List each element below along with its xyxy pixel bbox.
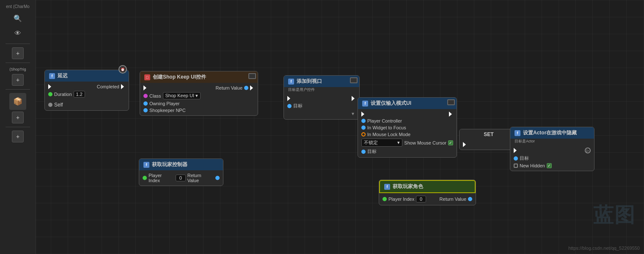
delay-exec-out-pin bbox=[121, 84, 125, 89]
create-shop-owning-pin bbox=[143, 101, 148, 106]
sidebar-title: ent (CharMo bbox=[4, 3, 31, 10]
delay-completed-label: Completed bbox=[97, 84, 119, 89]
create-shop-return-label: Return Value bbox=[216, 85, 242, 90]
set-exec-row bbox=[463, 142, 515, 147]
search-icon[interactable]: 🔍 bbox=[11, 11, 25, 25]
get-player-ctrl-index-value[interactable]: 0 bbox=[176, 175, 186, 181]
set-input-node: f 设置仅输入模式UI Player Controller In Widget … bbox=[358, 97, 457, 158]
clock-icon: ⏰ bbox=[118, 65, 127, 74]
add-btn-1[interactable]: + bbox=[12, 47, 24, 59]
set-input-widget-label: In Widget to Focus bbox=[367, 125, 406, 130]
set-input-ctrl-label: Player Controller bbox=[367, 118, 402, 123]
create-shop-exec-in bbox=[143, 85, 148, 90]
watermark-url: https://blog.csdn.net/qq_52269550 bbox=[568, 246, 640, 251]
set-input-title: 设置仅输入模式UI bbox=[371, 100, 411, 107]
actor-hide-newhidden-pin bbox=[514, 164, 518, 168]
actor-hide-exec-out-group: ▷ bbox=[585, 147, 591, 153]
get-player-char-index-value[interactable]: 0 bbox=[416, 196, 426, 202]
set-input-target-row: 目标 bbox=[361, 148, 453, 155]
set-input-header: f 设置仅输入模式UI bbox=[358, 98, 457, 109]
create-shop-owning-label: Owning Player bbox=[149, 101, 180, 106]
create-shop-class-row: Class Shop Keep UI ▾ bbox=[143, 92, 254, 99]
actor-hide-func-icon: f bbox=[515, 130, 520, 136]
create-shop-class-dropdown[interactable]: Shop Keep UI ▾ bbox=[163, 92, 201, 99]
add-btn-3[interactable]: + bbox=[12, 112, 24, 123]
get-player-char-index-pin bbox=[383, 197, 387, 201]
get-player-ctrl-index-pin bbox=[143, 176, 147, 180]
create-shop-node: □ 创建Shop Keep UI控件 Return Value Class Sh… bbox=[140, 71, 258, 116]
delay-duration-value[interactable]: 1.2 bbox=[74, 91, 85, 98]
create-shop-exec-row: Return Value bbox=[143, 85, 254, 90]
set-input-showcursor-chk[interactable]: ✓ bbox=[448, 140, 453, 145]
set-input-exec-out bbox=[449, 112, 453, 117]
add-view-header: f 添加到视口 bbox=[284, 76, 359, 87]
get-player-char-func-icon: f bbox=[384, 184, 390, 190]
set-input-target-label: 目标 bbox=[367, 148, 377, 155]
set-node: SET bbox=[459, 129, 518, 150]
get-player-char-index-row: Player Index 0 Return Value bbox=[383, 196, 472, 202]
set-input-ctrl-row: Player Controller bbox=[361, 118, 453, 123]
get-player-ctrl-node: f 获取玩家控制器 Player Index 0 Return Value bbox=[139, 158, 223, 186]
create-shop-class-label: Class bbox=[149, 93, 161, 98]
set-input-lock-dropdown[interactable]: 不锁定 ▾ bbox=[361, 139, 402, 147]
actor-hide-exec-row: ▷ bbox=[514, 147, 591, 153]
get-player-char-return-label: Return Value bbox=[440, 197, 466, 202]
get-player-ctrl-index-row: Player Index 0 Return Value bbox=[143, 173, 220, 183]
create-shop-shopkeeper-pin bbox=[143, 108, 148, 112]
delay-self-row: Self bbox=[45, 100, 129, 110]
delay-duration-label: Duration bbox=[54, 92, 72, 97]
set-input-dropdown-row: 不锁定 ▾ Show Mouse Cursor ✓ bbox=[361, 139, 453, 147]
add-view-subtitle: 目标是用户控件 bbox=[284, 87, 359, 93]
delay-node: ⏰ f 延迟 Completed Duration 1.2 Self bbox=[44, 70, 129, 111]
get-player-ctrl-title: 获取玩家控制器 bbox=[152, 161, 187, 168]
eye-icon[interactable]: 👁 bbox=[11, 27, 25, 40]
set-node-body bbox=[460, 139, 518, 150]
delay-title: 延迟 bbox=[58, 72, 68, 79]
get-player-char-return-pin bbox=[468, 197, 472, 201]
actor-hide-target-row: 目标 bbox=[514, 155, 591, 161]
separator-1 bbox=[6, 44, 30, 44]
get-player-char-header: f 获取玩家角色 bbox=[379, 180, 476, 193]
delay-duration-pin bbox=[48, 92, 52, 96]
set-input-ctrl-pin bbox=[361, 119, 366, 123]
actor-hide-node: f 设置Actor在游戏中隐藏 目标是Actor ▷ 目标 New Hidden… bbox=[510, 127, 594, 171]
set-input-target-pin bbox=[361, 150, 366, 154]
set-input-lock-value: 不锁定 bbox=[364, 139, 378, 146]
add-view-title: 添加到视口 bbox=[297, 78, 322, 85]
add-btn-2[interactable]: + bbox=[12, 74, 24, 86]
set-input-mouselock-label: In Mouse Lock Mode bbox=[367, 132, 410, 137]
sidebar: ent (CharMo 🔍 👁 + (ShopTrig + 📦 + + bbox=[0, 0, 36, 254]
separator-2 bbox=[6, 63, 30, 63]
create-shop-exec-out bbox=[250, 85, 254, 90]
actor-hide-expand-icon: ▷ bbox=[585, 147, 591, 153]
dropdown-arrow: ▾ bbox=[397, 140, 400, 145]
add-view-func-icon: f bbox=[288, 79, 294, 85]
set-input-exec-in bbox=[361, 112, 366, 117]
package-icon[interactable]: 📦 bbox=[9, 93, 26, 110]
delay-self-pin bbox=[48, 103, 52, 107]
add-btn-4[interactable]: + bbox=[12, 131, 24, 142]
get-player-ctrl-index-label: Player Index bbox=[149, 173, 174, 183]
shop-trigger-label: (ShopTrig bbox=[8, 66, 28, 72]
show-cursor-group: Show Mouse Cursor ✓ bbox=[404, 140, 453, 145]
create-shop-owning-row: Owning Player bbox=[143, 101, 254, 106]
add-view-monitor-icon bbox=[350, 77, 358, 83]
separator-4 bbox=[6, 127, 30, 127]
create-shop-event-icon: □ bbox=[144, 74, 150, 80]
get-player-char-body: Player Index 0 Return Value bbox=[379, 193, 476, 205]
add-view-arrow: ▾ bbox=[287, 111, 356, 117]
create-shop-body: Return Value Class Shop Keep UI ▾ Owning… bbox=[140, 83, 258, 115]
actor-hide-newhidden-label: New Hidden bbox=[520, 163, 545, 168]
add-view-body: 目标 ▾ bbox=[284, 93, 359, 119]
set-input-monitor-icon bbox=[447, 99, 455, 105]
delay-node-body: Completed Duration 1.2 bbox=[45, 82, 129, 100]
set-input-func-icon: f bbox=[362, 101, 368, 107]
actor-hide-newhidden-chk[interactable]: ✓ bbox=[547, 163, 552, 168]
get-player-char-index-label: Player Index bbox=[388, 197, 414, 202]
get-player-ctrl-header: f 获取玩家控制器 bbox=[139, 159, 223, 170]
create-shop-monitor-icon bbox=[248, 73, 256, 79]
delay-node-header: f 延迟 bbox=[45, 70, 129, 82]
actor-hide-title: 设置Actor在游戏中隐藏 bbox=[523, 129, 577, 137]
create-shop-class-pin bbox=[143, 94, 148, 98]
actor-hide-target-pin bbox=[514, 156, 518, 161]
